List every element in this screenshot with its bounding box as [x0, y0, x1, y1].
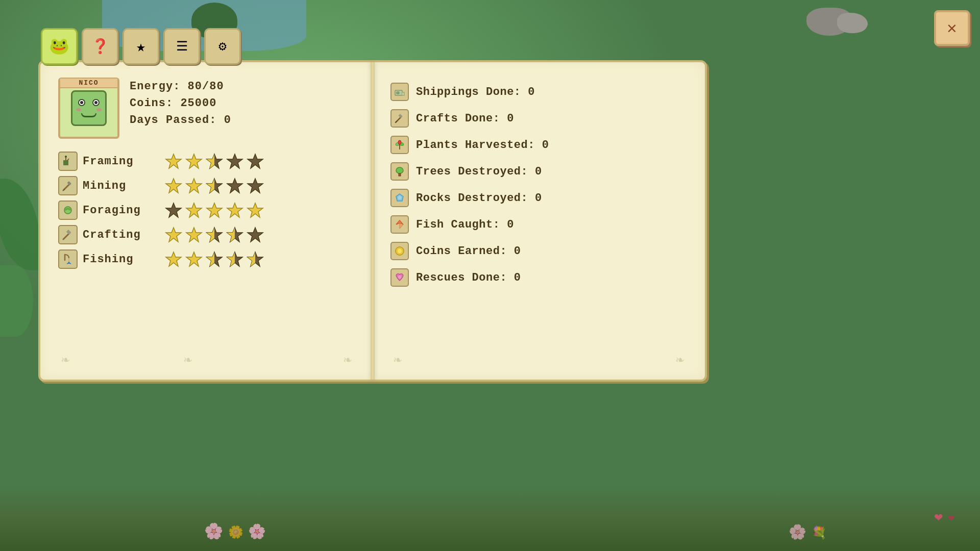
- mining-stars: [164, 177, 264, 195]
- svg-rect-30: [66, 230, 71, 235]
- rescues-stat-icon: [390, 268, 409, 287]
- book: NICO Energy: 80/80 Coins: 25000 Days: [38, 60, 707, 382]
- stat-row-crafts: Crafts Done: 0: [390, 109, 687, 128]
- page-right: Shippings Done: 0 Crafts Done: 0: [373, 62, 705, 380]
- frog-avatar: [71, 90, 107, 126]
- close-button[interactable]: [934, 10, 970, 46]
- fishing-label: Fishing: [83, 253, 154, 266]
- crafting-stars: [164, 226, 264, 244]
- tab-star[interactable]: ★: [122, 28, 159, 65]
- bg-flowers: 🌸 🌼 🌸: [204, 522, 266, 541]
- mining-icon: [58, 176, 78, 195]
- framing-stars: [164, 152, 264, 170]
- svg-marker-10: [248, 154, 263, 168]
- fish-stat-label: Fish Caught: 0: [416, 218, 514, 231]
- stat-row-fish: Fish Caught: 0: [390, 215, 687, 234]
- page-deco-left-corner: ❧: [61, 354, 70, 367]
- skill-row-fishing: Fishing: [58, 249, 355, 269]
- tab-settings[interactable]: ⚙: [204, 28, 241, 65]
- skill-row-crafting: Crafting: [58, 225, 355, 244]
- trees-stat-label: Trees Destroyed: 0: [416, 165, 542, 178]
- tab-bar: 🐸 ❓ ★ ☰ ⚙: [41, 28, 241, 65]
- coins-stat-icon: [390, 242, 409, 260]
- svg-marker-15: [186, 179, 202, 193]
- svg-marker-19: [227, 179, 242, 193]
- svg-line-29: [63, 233, 69, 239]
- stat-row-plants: Plants Harvested: 0: [390, 136, 687, 154]
- plants-stat-icon: [390, 136, 409, 154]
- stat-row-coins: Coins Earned: 0: [390, 242, 687, 260]
- skill-row-mining: Mining: [58, 176, 355, 195]
- settings-icon: ⚙: [218, 38, 227, 55]
- coins-stat-label: Coins Earned: 0: [416, 245, 521, 258]
- frog-mouth: [81, 113, 96, 117]
- frog-blush: [76, 108, 102, 111]
- svg-point-63: [396, 167, 403, 173]
- svg-marker-32: [186, 228, 202, 242]
- shippings-stat-icon: [390, 83, 409, 101]
- crafting-icon: [58, 225, 78, 244]
- frog-eye-right: [92, 99, 100, 106]
- svg-marker-24: [166, 203, 181, 217]
- bg-flowers-right: 🌸 💐: [789, 523, 827, 541]
- svg-rect-55: [397, 92, 399, 94]
- svg-rect-64: [399, 173, 401, 176]
- svg-marker-25: [186, 203, 202, 217]
- right-page-deco-left: ❧: [393, 354, 402, 367]
- svg-point-70: [397, 248, 402, 254]
- character-icon: 🐸: [49, 36, 69, 57]
- svg-marker-44: [186, 252, 202, 266]
- foraging-stars: [164, 201, 264, 219]
- foraging-label: Foraging: [83, 204, 154, 217]
- stat-row-trees: Trees Destroyed: 0: [390, 162, 687, 181]
- quest-icon: ❓: [91, 38, 109, 55]
- skill-row-foraging: Foraging: [58, 201, 355, 220]
- rocks-stat-label: Rocks Destroyed: 0: [416, 192, 542, 205]
- page-deco-mid: ❧: [183, 354, 192, 367]
- coins-stat: Coins: 25000: [130, 97, 231, 110]
- stat-row-rescues: Rescues Done: 0: [390, 268, 687, 287]
- svg-marker-27: [227, 203, 242, 217]
- trees-stat-icon: [390, 162, 409, 181]
- svg-marker-39: [248, 228, 263, 242]
- svg-line-13: [63, 189, 65, 191]
- rocks-stat-icon: [390, 189, 409, 207]
- list-icon: ☰: [176, 38, 188, 55]
- energy-stat: Energy: 80/80: [130, 80, 231, 93]
- rescues-stat-label: Rescues Done: 0: [416, 271, 521, 284]
- star-tab-icon: ★: [136, 37, 145, 56]
- skills-section: Framing: [58, 152, 355, 269]
- svg-marker-28: [248, 203, 263, 217]
- right-stats-list: Shippings Done: 0 Crafts Done: 0: [390, 78, 687, 287]
- foraging-icon: [58, 201, 78, 220]
- fishing-icon: [58, 249, 78, 269]
- tab-list[interactable]: ☰: [163, 28, 200, 65]
- stat-row-rocks: Rocks Destroyed: 0: [390, 189, 687, 207]
- crafting-label: Crafting: [83, 229, 154, 241]
- fish-stat-icon: [390, 215, 409, 234]
- page-left: NICO Energy: 80/80 Coins: 25000 Days: [40, 62, 373, 380]
- svg-marker-14: [166, 179, 181, 193]
- avatar-box: NICO: [58, 78, 119, 139]
- character-stats: Energy: 80/80 Coins: 25000 Days Passed: …: [130, 78, 231, 127]
- svg-marker-43: [166, 252, 181, 266]
- character-section: NICO Energy: 80/80 Coins: 25000 Days: [58, 78, 355, 139]
- days-stat: Days Passed: 0: [130, 114, 231, 127]
- tab-character[interactable]: 🐸: [41, 28, 78, 65]
- svg-marker-20: [248, 179, 263, 193]
- svg-point-71: [398, 276, 401, 279]
- tab-quest[interactable]: ❓: [82, 28, 118, 65]
- svg-marker-5: [186, 154, 202, 168]
- right-page-deco-right: ❧: [675, 354, 684, 367]
- bg-heart: ❤ ❤: [934, 508, 954, 525]
- svg-point-2: [65, 156, 67, 158]
- svg-rect-57: [398, 114, 402, 118]
- frog-eyes: [78, 99, 100, 106]
- bg-ground: [0, 485, 980, 551]
- crafts-stat-icon: [390, 109, 409, 128]
- svg-marker-31: [166, 228, 181, 242]
- character-name: NICO: [60, 79, 117, 88]
- crafts-stat-label: Crafts Done: 0: [416, 112, 514, 125]
- svg-point-62: [398, 140, 401, 144]
- blush-left: [76, 108, 81, 111]
